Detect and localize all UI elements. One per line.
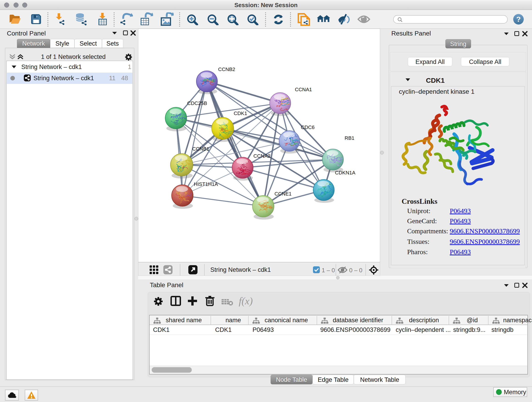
- svg-text:CCNB1: CCNB1: [192, 146, 209, 152]
- svg-text:CCNA1: CCNA1: [295, 87, 312, 92]
- svg-text:RB1: RB1: [345, 135, 355, 141]
- svg-text:CCNE1: CCNE1: [274, 191, 292, 197]
- svg-text:CDC6: CDC6: [301, 124, 315, 130]
- svg-text:CDC25B: CDC25B: [187, 100, 207, 106]
- svg-text:CCNB2: CCNB2: [218, 66, 235, 72]
- svg-text:CDKN1A: CDKN1A: [335, 170, 355, 176]
- svg-text:HIST1H1A: HIST1H1A: [194, 181, 218, 187]
- svg-text:CDK1: CDK1: [234, 110, 247, 116]
- svg-text:CCNA2: CCNA2: [253, 153, 271, 159]
